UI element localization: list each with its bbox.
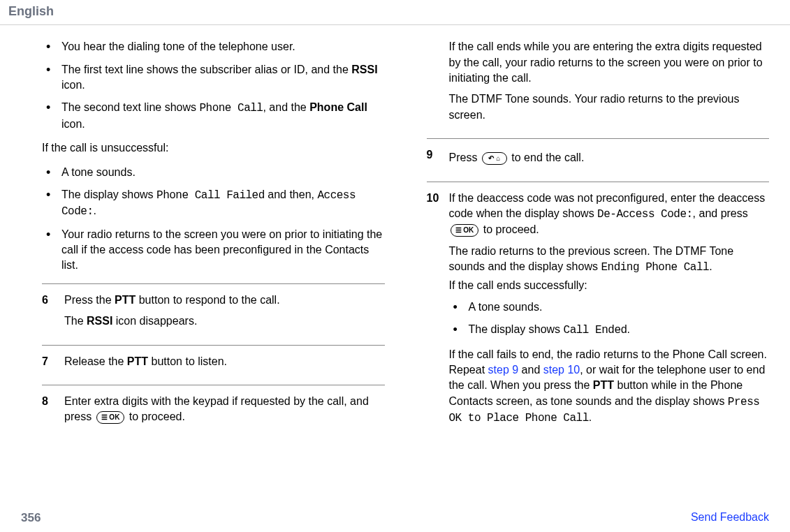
page-footer: 356 Send Feedback xyxy=(0,510,790,526)
ok-button-icon: ☰ OK xyxy=(451,224,479,237)
divider xyxy=(42,345,385,346)
text: The xyxy=(64,315,87,327)
text: , and the xyxy=(263,101,309,113)
cross-ref-link[interactable]: step 9 xyxy=(488,364,519,376)
text-mono: Phone Call Failed xyxy=(156,189,265,202)
step-body: Enter extra digits with the keypad if re… xyxy=(64,394,385,431)
step-body: Release the PTT button to listen. xyxy=(64,354,385,375)
step-number: 7 xyxy=(42,354,54,369)
step-body: If the call ends while you are entering … xyxy=(449,39,770,128)
divider xyxy=(42,385,385,385)
language-label: English xyxy=(8,4,54,18)
text: , and press xyxy=(693,207,748,219)
text-mono: Call Ended xyxy=(564,324,627,337)
text-line: Enter extra digits with the keypad if re… xyxy=(64,394,385,425)
text-mono: Phone Call xyxy=(199,102,263,114)
list-item: A tone sounds. xyxy=(42,165,385,180)
text: and xyxy=(518,364,543,376)
list-item: A tone sounds. xyxy=(449,300,770,315)
text-mono: De-Access Code: xyxy=(597,208,693,221)
right-column: If the call ends while you are entering … xyxy=(420,39,770,437)
text: to end the call. xyxy=(511,152,584,163)
text: icon. xyxy=(61,118,85,130)
text: A tone sounds. xyxy=(61,166,136,178)
text: . xyxy=(709,260,712,272)
text: You hear the dialing tone of the telepho… xyxy=(61,40,295,52)
text: Your radio returns to the screen you wer… xyxy=(61,228,382,272)
step-body: Press the PTT button to respond to the c… xyxy=(64,293,385,335)
step-7: 7 Release the PTT button to listen. xyxy=(42,354,385,375)
text: Press the xyxy=(64,294,115,306)
text: icon. xyxy=(61,79,85,91)
page-number: 356 xyxy=(21,510,41,526)
text-bold: RSSI xyxy=(87,315,112,327)
unsuccessful-intro: If the call is unsuccessful: xyxy=(42,140,385,156)
text: Press xyxy=(449,152,481,163)
step-body: Press ↶ ⌂ to end the call. xyxy=(449,147,770,171)
text-bold: RSSI xyxy=(351,64,377,75)
divider xyxy=(427,182,770,182)
text-line: If the call ends while you are entering … xyxy=(449,39,770,86)
page-language-header: English xyxy=(0,0,790,25)
text-line: The DTMF Tone sounds. Your radio returns… xyxy=(449,91,770,123)
text-line: If the deaccess code was not preconfigur… xyxy=(449,191,770,238)
text-line: Release the PTT button to listen. xyxy=(64,354,385,369)
step-9: 9 Press ↶ ⌂ to end the call. xyxy=(427,147,770,171)
text: . xyxy=(627,323,630,335)
success-bullet-list: You hear the dialing tone of the telepho… xyxy=(42,39,385,132)
list-item: The second text line shows Phone Call, a… xyxy=(42,100,385,132)
text: to proceed. xyxy=(129,411,185,422)
divider xyxy=(42,283,385,284)
step-8-continued: If the call ends while you are entering … xyxy=(427,39,770,128)
ok-button-icon: ☰ OK xyxy=(96,411,125,424)
text-line: Press ↶ ⌂ to end the call. xyxy=(449,150,770,165)
text: The first text line shows the subscriber… xyxy=(61,64,351,75)
text: The display shows xyxy=(61,189,156,200)
list-item: The display shows Phone Call Failed and … xyxy=(42,187,385,220)
text: . xyxy=(589,411,592,423)
step-number: 10 xyxy=(427,191,439,206)
text: button to listen. xyxy=(148,355,227,367)
text-bold: PTT xyxy=(115,294,136,306)
step-6: 6 Press the PTT button to respond to the… xyxy=(42,293,385,335)
list-item: You hear the dialing tone of the telepho… xyxy=(42,39,385,54)
step-number: 6 xyxy=(42,293,54,308)
step-number: 8 xyxy=(42,394,54,409)
text: . xyxy=(94,205,96,216)
text: to proceed. xyxy=(483,223,539,235)
text: icon disappears. xyxy=(112,315,197,327)
text-bold: Phone Call xyxy=(309,101,367,113)
text-line: The radio returns to the previous screen… xyxy=(449,244,770,276)
text-bold: PTT xyxy=(593,379,614,391)
text-line: If the call fails to end, the radio retu… xyxy=(449,347,770,427)
step-body: If the deaccess code was not preconfigur… xyxy=(449,191,770,432)
text: button to respond to the call. xyxy=(136,294,279,306)
text-bold: PTT xyxy=(127,355,148,367)
step-number-spacer xyxy=(427,39,439,54)
text: A tone sounds. xyxy=(469,301,543,313)
divider xyxy=(427,138,770,139)
content-columns: You hear the dialing tone of the telepho… xyxy=(0,25,790,437)
text: Release the xyxy=(64,355,127,367)
text-line: Press the PTT button to respond to the c… xyxy=(64,293,385,308)
home-button-icon: ↶ ⌂ xyxy=(482,152,507,165)
step-number: 9 xyxy=(427,147,439,163)
text: and then, xyxy=(265,189,318,200)
list-item: Your radio returns to the screen you wer… xyxy=(42,227,385,274)
send-feedback-link[interactable]: Send Feedback xyxy=(691,510,769,526)
success-end-bullet-list: A tone sounds. The display shows Call En… xyxy=(449,300,770,339)
text-line: If the call ends successfully: xyxy=(449,278,770,293)
step-10: 10 If the deaccess code was not preconfi… xyxy=(427,191,770,432)
text: The second text line shows xyxy=(61,101,199,113)
list-item: The first text line shows the subscriber… xyxy=(42,62,385,94)
cross-ref-link[interactable]: step 10 xyxy=(543,364,580,376)
unsuccessful-bullet-list: A tone sounds. The display shows Phone C… xyxy=(42,165,385,274)
text: The display shows xyxy=(469,323,564,335)
text-line: The RSSI icon disappears. xyxy=(64,313,385,329)
step-8: 8 Enter extra digits with the keypad if … xyxy=(42,394,385,431)
text-mono: Ending Phone Call xyxy=(601,261,709,274)
list-item: The display shows Call Ended. xyxy=(449,322,770,338)
left-column: You hear the dialing tone of the telepho… xyxy=(21,39,385,437)
